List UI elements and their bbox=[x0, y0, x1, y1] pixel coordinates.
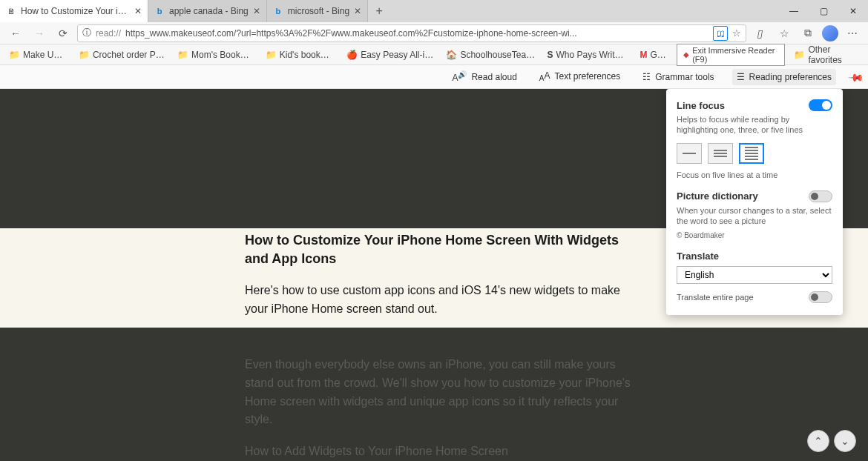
scroll-down-button[interactable]: ⌄ bbox=[834, 430, 856, 452]
scroll-up-button[interactable]: ⌃ bbox=[807, 430, 829, 452]
picture-dictionary-title: Picture dictionary bbox=[677, 190, 758, 202]
bookmark-item[interactable]: 📁Mom's Bookmarks bbox=[173, 50, 258, 60]
menu-button[interactable]: ⋯ bbox=[843, 24, 862, 43]
other-favorites-label: Other favorites bbox=[808, 44, 858, 65]
profile-avatar[interactable] bbox=[822, 25, 838, 42]
window-titlebar: 🗎 How to Customize Your iPhone H ✕ b app… bbox=[0, 0, 868, 22]
line-focus-desc: Helps to focus while reading by highligh… bbox=[677, 114, 832, 136]
tab-label: How to Customize Your iPhone H bbox=[21, 6, 130, 16]
bookmark-label: Gmail bbox=[650, 50, 669, 60]
line-focus-title: Line focus bbox=[677, 100, 725, 111]
tab-0[interactable]: 🗎 How to Customize Your iPhone H ✕ bbox=[0, 0, 148, 22]
bookmark-label: Make Use Of bbox=[23, 50, 67, 60]
translate-language-select[interactable]: English bbox=[677, 266, 832, 284]
bookmark-item[interactable]: SWho Pays Writers?... bbox=[542, 50, 632, 60]
bookmark-item[interactable]: 🍎Easy Peasy All-in-O... bbox=[342, 50, 438, 60]
site-icon: 🍎 bbox=[346, 50, 358, 60]
grammar-label: Grammar tools bbox=[655, 72, 714, 82]
translate-entire-toggle[interactable] bbox=[809, 291, 832, 303]
tab-2[interactable]: b microsoft - Bing ✕ bbox=[267, 0, 368, 22]
text-icon: AA bbox=[539, 70, 550, 82]
grammar-tools-button[interactable]: ☷Grammar tools bbox=[638, 69, 718, 85]
url-scheme: read:// bbox=[96, 28, 121, 39]
reading-preferences-button[interactable]: ☰Reading preferences bbox=[732, 69, 836, 85]
page-icon: 🗎 bbox=[6, 6, 16, 16]
close-window-button[interactable]: ✕ bbox=[838, 0, 868, 22]
forward-button[interactable]: → bbox=[30, 24, 49, 43]
text-preferences-button[interactable]: AAText preferences bbox=[535, 67, 625, 85]
bookmark-label: Crochet order Patte... bbox=[93, 50, 165, 60]
maximize-button[interactable]: ▢ bbox=[809, 0, 838, 22]
article-heading: How to Customize Your iPhone Home Screen… bbox=[245, 231, 645, 268]
bookmark-item[interactable]: 🏠SchoolhouseTeache... bbox=[441, 50, 539, 60]
tab-1[interactable]: b apple canada - Bing ✕ bbox=[148, 0, 267, 22]
back-button[interactable]: ← bbox=[6, 24, 25, 43]
line-focus-three[interactable] bbox=[708, 143, 733, 164]
tab-label: apple canada - Bing bbox=[169, 6, 249, 16]
favorite-icon[interactable]: ☆ bbox=[732, 27, 741, 39]
line-focus-five[interactable] bbox=[739, 143, 764, 164]
speaker-icon: A🔊 bbox=[452, 70, 467, 83]
bookmark-item[interactable]: MGmail bbox=[635, 50, 674, 60]
exit-immersive-reader-button[interactable]: ◆Exit Immersive Reader (F9) bbox=[677, 44, 785, 66]
bookmarks-bar: 📁Make Use Of 📁Crochet order Patte... 📁Mo… bbox=[0, 44, 868, 65]
line-focus-toggle[interactable] bbox=[809, 99, 832, 111]
reader-content: How to Customize Your iPhone Home Screen… bbox=[0, 89, 868, 461]
book-icon: ☰ bbox=[737, 72, 745, 82]
close-icon[interactable]: ✕ bbox=[354, 6, 361, 16]
picture-dictionary-desc: When your cursor changes to a star, sele… bbox=[677, 205, 832, 227]
bookmark-item[interactable]: 📁Kid's bookmarks bbox=[261, 50, 339, 60]
bing-icon: b bbox=[273, 6, 283, 16]
folder-icon: 📁 bbox=[177, 50, 188, 60]
folder-icon: 📁 bbox=[266, 50, 277, 60]
folder-icon: 📁 bbox=[9, 50, 20, 60]
browser-toolbar: ← → ⟳ ⓘ read:// https_www.makeuseof.com/… bbox=[0, 22, 868, 44]
diamond-icon: ◆ bbox=[683, 50, 689, 59]
bookmark-label: Kid's bookmarks bbox=[280, 50, 335, 60]
bookmark-item[interactable]: 📁Make Use Of bbox=[4, 50, 71, 60]
bookmark-label: Who Pays Writers?... bbox=[556, 50, 628, 60]
site-icon: S bbox=[547, 50, 553, 60]
article-paragraph: Even though everybody else owns an iPhon… bbox=[245, 356, 645, 429]
refresh-button[interactable]: ⟳ bbox=[53, 24, 73, 43]
info-icon[interactable]: ⓘ bbox=[82, 27, 91, 39]
picture-dictionary-toggle[interactable] bbox=[809, 190, 832, 202]
immersive-reader-icon[interactable]: 🕮 bbox=[713, 26, 728, 41]
address-bar[interactable]: ⓘ read:// https_www.makeuseof.com/?url=h… bbox=[77, 24, 746, 42]
bookmark-label: Mom's Bookmarks bbox=[191, 50, 254, 60]
collections-button[interactable]: ⧉ bbox=[798, 24, 818, 43]
tab-strip: 🗎 How to Customize Your iPhone H ✕ b app… bbox=[0, 0, 779, 22]
folder-icon: 📁 bbox=[794, 50, 805, 60]
translate-entire-label: Translate entire page bbox=[677, 293, 754, 302]
favorites-star-icon[interactable]: ☆ bbox=[775, 24, 794, 43]
read-aloud-button[interactable]: A🔊Read aloud bbox=[447, 67, 521, 86]
close-icon[interactable]: ✕ bbox=[134, 6, 142, 16]
close-icon[interactable]: ✕ bbox=[253, 6, 260, 16]
collections-icon[interactable]: ▯ bbox=[749, 24, 772, 43]
article-text: How to Customize Your iPhone Home Screen… bbox=[245, 231, 645, 319]
read-aloud-label: Read aloud bbox=[471, 72, 516, 82]
bookmark-label: SchoolhouseTeache... bbox=[460, 50, 535, 60]
url-text: https_www.makeuseof.com/?url=https%3A%2F… bbox=[125, 28, 708, 39]
pin-icon[interactable]: 📌 bbox=[847, 68, 864, 85]
new-tab-button[interactable]: + bbox=[368, 0, 390, 22]
line-focus-options bbox=[677, 143, 832, 164]
article-paragraph: Here's how to use custom app icons and i… bbox=[245, 282, 645, 319]
other-favorites[interactable]: 📁Other favorites bbox=[788, 44, 864, 65]
exit-reader-label: Exit Immersive Reader (F9) bbox=[692, 46, 778, 64]
reading-preferences-panel: Line focus Helps to focus while reading … bbox=[666, 89, 843, 315]
line-focus-one[interactable] bbox=[677, 143, 702, 164]
grammar-icon: ☷ bbox=[642, 72, 651, 82]
reading-prefs-label: Reading preferences bbox=[749, 72, 832, 82]
reader-toolbar: A🔊Read aloud AAText preferences ☷Grammar… bbox=[0, 65, 868, 89]
line-focus-status: Focus on five lines at a time bbox=[677, 170, 832, 180]
minimize-button[interactable]: — bbox=[779, 0, 809, 22]
bookmark-item[interactable]: 📁Crochet order Patte... bbox=[74, 50, 170, 60]
picture-dictionary-credit: © Boardmaker bbox=[677, 230, 832, 240]
gmail-icon: M bbox=[640, 50, 647, 60]
window-controls: — ▢ ✕ bbox=[779, 0, 868, 22]
site-icon: 🏠 bbox=[446, 50, 457, 60]
article-dim-text: Even though everybody else owns an iPhon… bbox=[245, 342, 645, 461]
folder-icon: 📁 bbox=[79, 50, 90, 60]
bookmark-label: Easy Peasy All-in-O... bbox=[361, 50, 434, 60]
